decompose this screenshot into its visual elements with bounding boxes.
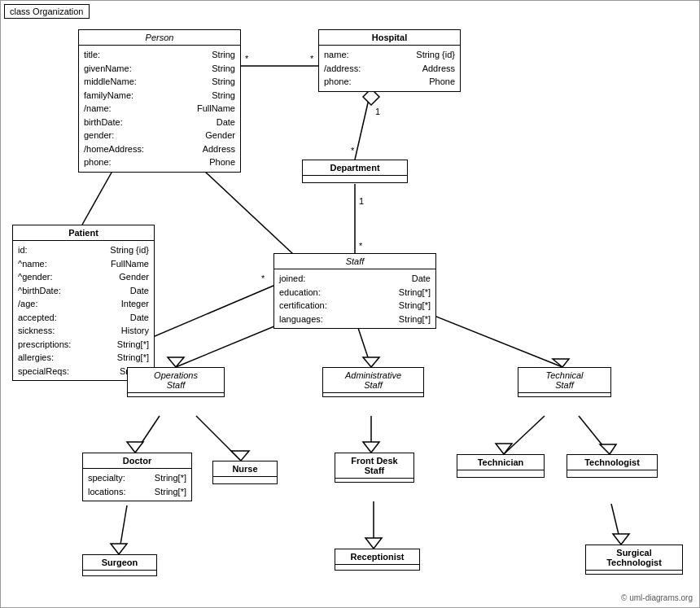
svg-line-29 (504, 416, 545, 454)
class-person-header: Person (79, 30, 240, 46)
class-surgical-technologist: SurgicalTechnologist (585, 545, 683, 575)
class-operations-staff-body (128, 393, 224, 396)
class-receptionist-body (335, 565, 419, 570)
svg-marker-30 (496, 444, 512, 454)
svg-marker-24 (127, 442, 143, 453)
class-patient-header: Patient (13, 225, 154, 241)
class-hospital: Hospital name:String {id} /address:Addre… (318, 29, 461, 92)
class-patient: Patient id:String {id} ^name:FullName ^g… (12, 225, 155, 381)
class-doctor: Doctor specialty:String[*] locations:Str… (82, 453, 192, 501)
svg-line-3 (355, 89, 371, 160)
svg-marker-38 (613, 534, 629, 545)
svg-line-33 (119, 505, 127, 554)
class-front-desk-staff: Front DeskStaff (335, 453, 414, 483)
svg-line-25 (196, 416, 241, 461)
class-department: Department (302, 160, 408, 183)
svg-marker-34 (111, 544, 127, 554)
svg-marker-28 (363, 442, 379, 453)
class-person: Person title:String givenName:String mid… (78, 29, 241, 173)
class-person-body: title:String givenName:String middleName… (79, 46, 240, 172)
class-administrative-staff-header: AdministrativeStaff (323, 368, 423, 393)
class-technologist: Technologist (567, 454, 658, 478)
class-nurse-body (213, 477, 277, 483)
class-nurse-header: Nurse (213, 461, 277, 477)
class-staff: Staff joined:Date education:String[*] ce… (273, 253, 436, 329)
class-doctor-body: specialty:String[*] locations:String[*] (83, 469, 191, 501)
class-technical-staff-body (518, 393, 610, 396)
diagram-container: class Organization * * 1 * 1 * (0, 0, 700, 608)
class-nurse: Nurse (212, 461, 278, 484)
class-technician-header: Technician (457, 455, 544, 470)
class-staff-header: Staff (274, 254, 435, 269)
class-doctor-header: Doctor (83, 453, 191, 469)
svg-line-31 (579, 416, 610, 454)
class-surgeon: Surgeon (82, 554, 157, 576)
class-technician: Technician (457, 454, 545, 478)
class-operations-staff-header: OperationsStaff (128, 368, 224, 393)
svg-text:1: 1 (359, 196, 364, 206)
svg-text:*: * (261, 273, 265, 283)
svg-marker-26 (231, 451, 249, 461)
svg-marker-17 (363, 357, 379, 367)
class-administrative-staff-body (323, 393, 423, 396)
class-technologist-body (567, 470, 657, 477)
class-technologist-header: Technologist (567, 455, 657, 470)
svg-marker-19 (553, 359, 569, 367)
class-surgical-technologist-header: SurgicalTechnologist (586, 545, 682, 571)
class-receptionist: Receptionist (335, 549, 420, 571)
svg-marker-15 (168, 357, 184, 367)
class-staff-body: joined:Date education:String[*] certific… (274, 269, 435, 328)
class-front-desk-staff-header: Front DeskStaff (335, 453, 413, 479)
class-receptionist-header: Receptionist (335, 549, 419, 565)
class-administrative-staff: AdministrativeStaff (322, 367, 424, 397)
diagram-title: class Organization (4, 4, 90, 19)
class-patient-body: id:String {id} ^name:FullName ^gender:Ge… (13, 241, 154, 380)
class-surgeon-header: Surgeon (83, 555, 156, 571)
class-surgical-technologist-body (586, 571, 682, 574)
class-technical-staff-header: TechnicalStaff (518, 368, 610, 393)
class-technical-staff: TechnicalStaff (518, 367, 611, 397)
svg-text:*: * (245, 54, 249, 63)
class-hospital-body: name:String {id} /address:Address phone:… (319, 46, 460, 91)
svg-line-37 (611, 504, 621, 545)
copyright: © uml-diagrams.org (621, 593, 693, 602)
svg-text:*: * (310, 54, 314, 63)
class-front-desk-staff-body (335, 479, 413, 482)
svg-line-23 (135, 416, 160, 453)
svg-text:*: * (351, 146, 355, 155)
svg-marker-32 (600, 444, 616, 454)
class-operations-staff: OperationsStaff (127, 367, 225, 397)
class-department-body (303, 176, 407, 182)
class-technician-body (457, 470, 544, 477)
class-department-header: Department (303, 160, 407, 176)
class-surgeon-body (83, 571, 156, 575)
svg-text:1: 1 (375, 107, 380, 116)
class-hospital-header: Hospital (319, 30, 460, 46)
svg-marker-36 (365, 538, 382, 549)
svg-text:*: * (359, 241, 363, 251)
